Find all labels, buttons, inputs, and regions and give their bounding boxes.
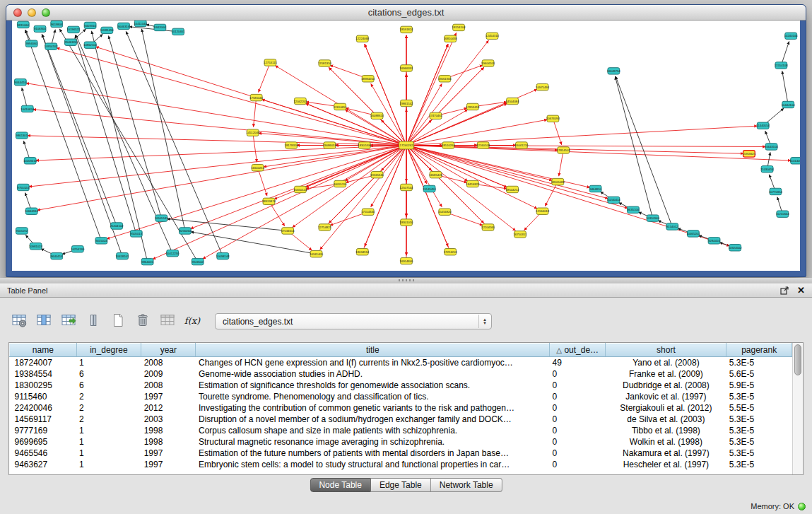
tab-edge-table[interactable]: Edge Table (371, 478, 431, 492)
svg-text:10581490: 10581490 (100, 28, 114, 32)
svg-text:16088920: 16088920 (370, 114, 384, 117)
svg-text:16341405: 16341405 (310, 252, 324, 256)
svg-text:10505145: 10505145 (155, 216, 169, 220)
svg-text:10862104: 10862104 (83, 43, 98, 47)
svg-text:12507544: 12507544 (400, 186, 414, 189)
svg-text:18984204: 18984204 (361, 77, 375, 81)
svg-text:16604210: 16604210 (251, 166, 265, 170)
table-columns-icon (35, 312, 52, 332)
column-chooser-button[interactable] (84, 313, 102, 331)
svg-text:10254130: 10254130 (71, 247, 85, 251)
svg-text:18913474: 18913474 (262, 199, 276, 203)
svg-text:10644910: 10644910 (25, 209, 39, 213)
table-row[interactable]: 2242004622012Investigating the contribut… (10, 402, 792, 414)
svg-text:16055110: 16055110 (334, 182, 347, 186)
svg-text:18034914: 18034914 (355, 250, 370, 254)
scrollbar-thumb[interactable] (794, 344, 801, 375)
svg-text:17081350: 17081350 (318, 62, 332, 65)
svg-text:18178310: 18178310 (285, 144, 299, 147)
table-scrollbar[interactable] (792, 343, 803, 474)
show-columns-button[interactable] (35, 313, 53, 331)
svg-text:9994060: 9994060 (25, 42, 37, 45)
svg-text:17854503: 17854503 (557, 148, 571, 152)
column-header-in-degree[interactable]: in_degree (76, 344, 141, 357)
column-header-out-de[interactable]: △ out_de… (550, 344, 606, 357)
svg-text:16585426: 16585426 (429, 173, 443, 177)
dropdown-arrows-icon: ▲▼ (478, 315, 490, 328)
svg-text:9640414: 9640414 (51, 255, 63, 258)
create-column-button[interactable] (109, 313, 127, 331)
delete-table-button[interactable] (158, 313, 177, 331)
svg-text:9106904: 9106904 (34, 27, 46, 30)
svg-text:12454310: 12454310 (486, 34, 500, 37)
svg-text:16966391: 16966391 (400, 66, 414, 70)
memory-status-label: Memory: OK (751, 502, 794, 510)
column-header-title[interactable]: title (196, 344, 550, 357)
table-selector-dropdown[interactable]: citations_edges.txt ▲▼ (215, 313, 492, 329)
svg-text:10098144: 10098144 (216, 255, 230, 258)
fx-icon: f(x) (184, 312, 201, 332)
network-canvas[interactable]: 1724026218510264165854261250754419565340… (12, 21, 800, 271)
svg-text:10770354: 10770354 (769, 190, 783, 194)
svg-text:11554108: 11554108 (775, 64, 788, 67)
svg-text:10410654: 10410654 (20, 107, 35, 111)
svg-text:9861301: 9861301 (16, 134, 28, 137)
svg-text:18510264: 18510264 (442, 144, 456, 147)
delete-column-button[interactable] (134, 313, 152, 331)
close-panel-icon[interactable]: ✕ (797, 285, 805, 296)
splitter-grip-icon (399, 279, 414, 281)
table-mode-button[interactable] (10, 313, 28, 331)
table-row[interactable]: 1830029562008Estimation of significance … (10, 380, 792, 391)
column-header-year[interactable]: year (141, 344, 196, 357)
panel-splitter[interactable] (0, 278, 812, 283)
svg-text:9154012: 9154012 (666, 225, 678, 228)
svg-text:16648794: 16648794 (607, 69, 621, 73)
table-row[interactable]: 969969511998Structural magnetic resonanc… (10, 436, 792, 448)
table-row[interactable]: 911546021997Tourette syndrome. Phenomeno… (10, 391, 792, 402)
function-builder-button[interactable]: f(x) (183, 313, 201, 331)
table-row[interactable]: 1456911722003Disruption of a novel membe… (10, 414, 792, 425)
table-row[interactable]: 1872400712008Changes of HCN gene express… (10, 357, 792, 368)
columns-narrow-icon (85, 312, 102, 332)
column-header-pagerank[interactable]: pagerank (726, 344, 792, 357)
column-header-name[interactable]: name (10, 344, 77, 357)
node-table-container: namein_degreeyeartitle△ out_de…shortpage… (8, 342, 804, 475)
svg-text:10981024: 10981024 (29, 245, 43, 248)
float-panel-icon[interactable] (780, 286, 789, 295)
tab-node-table[interactable]: Node Table (310, 478, 371, 492)
status-bar: Memory: OK (751, 502, 806, 510)
svg-text:18416822: 18416822 (466, 182, 480, 186)
svg-text:9459310: 9459310 (84, 24, 96, 28)
node-table[interactable]: namein_degreeyeartitle△ out_de…shortpage… (9, 343, 792, 470)
svg-text:10196521: 10196521 (66, 28, 81, 31)
table-row[interactable]: 1938455462009Genome-wide association stu… (10, 368, 792, 380)
svg-text:10209410: 10209410 (23, 159, 37, 163)
network-window: citations_edges.txt 17240262185102641658… (6, 4, 806, 277)
table-tabs: Node TableEdge TableNetwork Table (310, 478, 502, 492)
column-header-short[interactable]: short (606, 344, 726, 357)
svg-text:9924502: 9924502 (192, 260, 204, 264)
table-row[interactable]: 946362711997Embryonic stem cells: a mode… (10, 459, 792, 470)
svg-text:9864015: 9864015 (141, 260, 153, 264)
svg-text:9284410: 9284410 (708, 239, 720, 243)
network-graph-svg: 1724026218510264165854261250754419565340… (12, 21, 800, 271)
memory-indicator-icon (798, 503, 806, 510)
svg-text:12204560: 12204560 (481, 226, 495, 229)
svg-text:12753115: 12753115 (264, 61, 277, 64)
table-row[interactable]: 946554611997Estimation of the future num… (10, 448, 792, 459)
window-titlebar[interactable]: citations_edges.txt (6, 5, 806, 21)
minimize-window-button[interactable] (28, 8, 36, 17)
svg-text:9256064: 9256064 (180, 229, 192, 233)
import-table-button[interactable] (59, 313, 78, 331)
table-row[interactable]: 977716911998Corpus callosum shape and si… (10, 425, 792, 436)
svg-text:11030454: 11030454 (760, 168, 774, 171)
svg-text:9342004: 9342004 (154, 25, 166, 29)
tab-network-table[interactable]: Network Table (431, 478, 502, 492)
svg-text:10411044: 10411044 (134, 22, 147, 25)
table-settings-icon (11, 312, 28, 332)
close-window-button[interactable] (13, 8, 22, 17)
svg-text:14504084: 14504084 (506, 100, 520, 103)
zoom-window-button[interactable] (42, 8, 50, 17)
svg-text:17581040: 17581040 (249, 96, 264, 100)
svg-text:9505192: 9505192 (16, 229, 28, 233)
